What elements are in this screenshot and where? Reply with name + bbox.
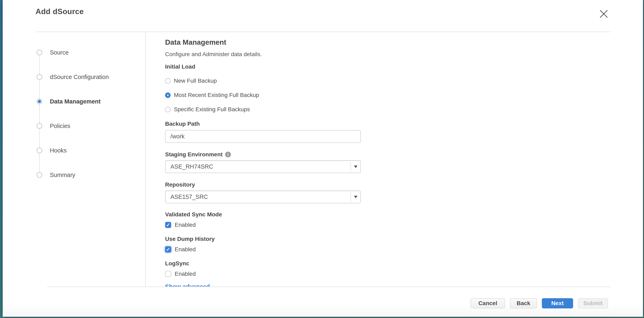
page-title: Data Management bbox=[165, 38, 361, 46]
data-management-form: Data Management Configure and Administer… bbox=[165, 32, 361, 287]
step-circle-icon bbox=[36, 74, 42, 80]
next-button[interactable]: Next bbox=[542, 298, 573, 309]
dropdown-caret-zone[interactable] bbox=[350, 162, 360, 171]
backup-path-input[interactable] bbox=[165, 130, 361, 143]
checkbox-label: Enabled bbox=[175, 246, 196, 253]
show-advanced-link[interactable]: Show advanced bbox=[165, 283, 210, 287]
modal-title: Add dSource bbox=[36, 7, 84, 16]
step-label: Summary bbox=[50, 172, 75, 178]
sidebar-step-source[interactable]: Source bbox=[36, 48, 69, 56]
use-dump-history-label: Use Dump History bbox=[165, 236, 361, 243]
use-dump-history-checkbox[interactable]: Enabled bbox=[165, 246, 361, 253]
logsync-checkbox[interactable]: Enabled bbox=[165, 271, 361, 277]
validated-sync-mode-label: Validated Sync Mode bbox=[165, 211, 361, 218]
step-connector-line bbox=[39, 52, 40, 175]
sidebar-step-dsource-configuration[interactable]: dSource Configuration bbox=[36, 73, 109, 81]
checkbox-label: Enabled bbox=[175, 271, 196, 277]
close-icon bbox=[599, 9, 609, 19]
step-label: Data Management bbox=[50, 98, 100, 105]
staging-environment-value: ASE_RH74SRC bbox=[170, 161, 213, 173]
step-label: Source bbox=[50, 49, 69, 56]
radio-new-full-backup[interactable]: New Full Backup bbox=[165, 77, 361, 84]
step-circle-icon bbox=[36, 123, 42, 129]
backup-path-label: Backup Path bbox=[165, 120, 361, 127]
close-button[interactable] bbox=[599, 9, 609, 19]
back-button[interactable]: Back bbox=[510, 298, 537, 309]
modal-header: Add dSource bbox=[3, 0, 643, 32]
radio-selected-icon bbox=[165, 92, 170, 98]
staging-environment-select[interactable]: ASE_RH74SRC bbox=[165, 160, 361, 173]
step-circle-icon bbox=[36, 148, 42, 153]
logsync-label: LogSync bbox=[165, 260, 361, 267]
radio-most-recent-existing-full-backup[interactable]: Most Recent Existing Full Backup bbox=[165, 92, 361, 99]
submit-button[interactable]: Submit bbox=[578, 298, 608, 309]
checkbox-unchecked-icon bbox=[165, 271, 171, 277]
footer-divider bbox=[47, 287, 611, 287]
checkbox-checked-icon bbox=[165, 246, 171, 253]
sidebar-step-policies[interactable]: Policies bbox=[36, 122, 70, 130]
cancel-button[interactable]: Cancel bbox=[470, 298, 505, 309]
sidebar-step-data-management[interactable]: Data Management bbox=[36, 97, 100, 105]
page-subtitle: Configure and Administer data details. bbox=[165, 51, 361, 58]
repository-value: ASE157_SRC bbox=[170, 191, 208, 203]
chevron-down-icon bbox=[354, 166, 358, 168]
modal-body: Source dSource Configuration Data Manage… bbox=[3, 32, 643, 287]
step-label: Hooks bbox=[50, 147, 66, 154]
validated-sync-mode-checkbox[interactable]: Enabled bbox=[165, 222, 361, 228]
step-circle-icon bbox=[36, 172, 42, 178]
checkbox-label: Enabled bbox=[175, 222, 196, 228]
staging-environment-label-text: Staging Environment bbox=[165, 151, 223, 158]
initial-load-label: Initial Load bbox=[165, 63, 361, 70]
chevron-down-icon bbox=[354, 196, 358, 198]
step-label: dSource Configuration bbox=[50, 74, 109, 80]
repository-label: Repository bbox=[165, 181, 361, 188]
radio-label: Specific Existing Full Backups bbox=[174, 106, 250, 113]
sidebar-step-hooks[interactable]: Hooks bbox=[36, 146, 66, 155]
add-dsource-modal: Add dSource Source dSource Configuration… bbox=[3, 0, 643, 317]
step-label: Policies bbox=[50, 123, 70, 129]
dropdown-caret-zone[interactable] bbox=[350, 192, 360, 201]
footer-buttons: Cancel Back Next Submit bbox=[470, 298, 608, 309]
step-circle-icon bbox=[36, 50, 42, 55]
staging-environment-label: Staging Environment i bbox=[165, 151, 361, 158]
radio-label: Most Recent Existing Full Backup bbox=[174, 92, 259, 98]
repository-select[interactable]: ASE157_SRC bbox=[165, 190, 361, 203]
step-circle-active-icon bbox=[36, 99, 42, 104]
radio-icon bbox=[165, 107, 170, 112]
wizard-sidebar: Source dSource Configuration Data Manage… bbox=[3, 32, 146, 287]
radio-label: New Full Backup bbox=[174, 77, 217, 84]
radio-specific-existing-full-backups[interactable]: Specific Existing Full Backups bbox=[165, 106, 361, 113]
checkbox-checked-icon bbox=[165, 222, 171, 228]
sidebar-step-summary[interactable]: Summary bbox=[36, 171, 75, 179]
modal-footer: Cancel Back Next Submit bbox=[3, 287, 643, 317]
radio-icon bbox=[165, 78, 170, 84]
info-icon[interactable]: i bbox=[225, 152, 231, 157]
